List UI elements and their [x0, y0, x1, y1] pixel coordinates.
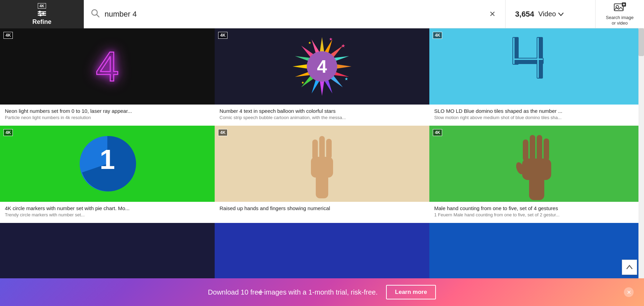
- svg-point-3: [39, 11, 41, 13]
- svg-text:★: ★: [341, 43, 346, 48]
- scrollbar-thumb[interactable]: [638, 28, 644, 56]
- scrollbar[interactable]: [638, 28, 644, 306]
- item-subtitle-4: Trendy circle markers with number set...: [5, 212, 210, 217]
- refine-button[interactable]: 4K Refine: [0, 0, 84, 28]
- 4k-badge-6: 4K: [433, 129, 442, 136]
- item-subtitle-3: Slow motion right above medium shot of b…: [434, 115, 639, 120]
- hand-4-svg: [512, 127, 561, 200]
- domino-number-svg: [509, 34, 564, 99]
- thumbnail-5: 4K: [215, 126, 429, 202]
- search-image-icon: [614, 2, 626, 14]
- item-title-6: Male hand counting from one to five, set…: [434, 205, 639, 211]
- thumbnail-3: 4K: [429, 28, 644, 105]
- promotional-banner: + Download 10 free images with a 1-month…: [0, 278, 644, 306]
- refine-label: Refine: [32, 18, 51, 26]
- 4k-badge-1: 4K: [3, 32, 13, 39]
- search-icon: [91, 9, 100, 20]
- item-subtitle-1: Particle neon light numbers in 4k resolu…: [5, 115, 210, 120]
- svg-rect-48: [326, 139, 332, 159]
- item-subtitle-2: Comic strip speech bubble cartoon animat…: [220, 115, 424, 120]
- grid-item-3[interactable]: 4K SLO MO LD Blue domino tiles shaped as…: [429, 28, 644, 126]
- banner-close-button[interactable]: ✕: [624, 287, 634, 297]
- 4k-badge-4: 4K: [3, 129, 13, 136]
- item-title-5: Raised up hands and fingers showing nume…: [220, 205, 424, 211]
- item-title-1: Neon light numbers set from 0 to 10, las…: [5, 108, 210, 114]
- chevron-down-icon: [558, 12, 564, 16]
- search-area: ✕: [84, 0, 506, 28]
- results-grid: 4K 4 Neon light numbers set from 0 to 10…: [0, 28, 644, 285]
- search-input[interactable]: [105, 10, 486, 19]
- svg-rect-51: [523, 140, 528, 161]
- svg-text:★: ★: [301, 81, 304, 84]
- chevron-up-icon: [626, 264, 633, 271]
- grid-item-8[interactable]: [215, 223, 429, 285]
- 4k-badge-2: 4K: [218, 32, 227, 39]
- svg-text:★: ★: [308, 41, 311, 45]
- grid-item-4[interactable]: 4K 1 4K circle markers with number set w…: [0, 126, 215, 223]
- svg-rect-46: [312, 140, 318, 160]
- svg-rect-45: [311, 157, 333, 178]
- 4k-badge: 4K: [38, 3, 46, 9]
- results-count: 3,654: [515, 10, 534, 19]
- thumbnail-1: 4K 4: [0, 28, 215, 105]
- video-label: Video: [538, 10, 556, 18]
- item-title-4: 4K circle markers with number set with p…: [5, 205, 210, 211]
- grid-item-9[interactable]: [429, 223, 644, 285]
- learn-more-button[interactable]: Learn more: [386, 285, 436, 299]
- svg-text:★: ★: [329, 37, 333, 42]
- item-title-3: SLO MO LD Blue domino tiles shaped as th…: [434, 108, 639, 114]
- 4k-badge-3: 4K: [433, 32, 442, 39]
- svg-text:★: ★: [345, 76, 348, 81]
- header: 4K Refine ✕ 3,654 Video: [0, 0, 644, 28]
- svg-rect-41: [513, 38, 515, 64]
- grid-item-5[interactable]: 4K Raised up hands and fingers showing n…: [215, 126, 429, 223]
- svg-line-7: [97, 15, 99, 17]
- results-area: 3,654 Video: [506, 0, 596, 28]
- svg-rect-40: [513, 58, 543, 60]
- banner-text: Download 10 free images with a 1-month t…: [208, 288, 378, 296]
- thumbnail-6: 4K: [429, 126, 644, 202]
- svg-rect-52: [530, 135, 535, 161]
- 4k-badge-5: 4K: [218, 129, 227, 136]
- svg-rect-44: [316, 174, 328, 198]
- pie-chart-svg: 1: [76, 133, 138, 195]
- svg-rect-50: [522, 159, 551, 180]
- grid-item-2[interactable]: 4K: [215, 28, 429, 126]
- scroll-to-top-button[interactable]: [622, 260, 637, 275]
- hand-3-svg: [301, 129, 343, 198]
- item-title-2: Number 4 text in speech balloon with col…: [220, 108, 424, 114]
- search-image-label: Search imageor video: [606, 15, 634, 26]
- refine-icon: [37, 10, 47, 17]
- thumbnail-4: 4K 1: [0, 126, 215, 202]
- grid-item-7[interactable]: [0, 223, 215, 285]
- grid-item-1[interactable]: 4K 4 Neon light numbers set from 0 to 10…: [0, 28, 215, 126]
- svg-rect-47: [319, 136, 325, 160]
- video-dropdown[interactable]: Video: [538, 10, 564, 18]
- svg-rect-39: [537, 38, 539, 78]
- plus-decoration: +: [258, 286, 264, 299]
- svg-rect-54: [544, 138, 549, 161]
- starburst-svg: 4 ★ ★ ★ ★ ★: [289, 34, 355, 99]
- thumbnail-2: 4K: [215, 28, 429, 105]
- clear-button[interactable]: ✕: [486, 8, 498, 20]
- svg-text:1: 1: [100, 144, 115, 175]
- search-image-button[interactable]: Search imageor video: [596, 0, 644, 28]
- grid-item-6[interactable]: 4K Male hand counting from one to five,: [429, 126, 644, 223]
- svg-rect-53: [537, 135, 542, 161]
- svg-text:4: 4: [317, 56, 327, 76]
- content-area: 4K 4 Neon light numbers set from 0 to 10…: [0, 28, 644, 306]
- item-subtitle-6: 1 Feuern Male hand counting from one to …: [434, 212, 639, 217]
- svg-point-5: [39, 14, 42, 16]
- svg-point-4: [42, 12, 44, 15]
